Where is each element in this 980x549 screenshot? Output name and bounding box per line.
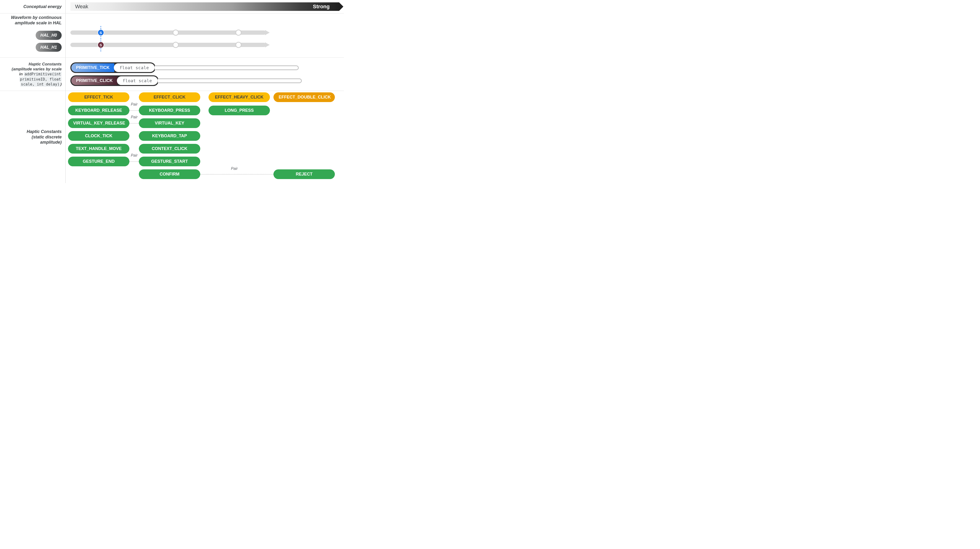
waveform-label: Waveform by continuous amplitude scale i…	[0, 13, 66, 57]
context-click: CONTEXT_CLICK	[139, 144, 200, 154]
energy-gradient-bar: Weak Strong	[70, 2, 339, 11]
row-energy: Conceptual energy Weak Strong	[0, 0, 344, 13]
effect-double-click: EFFECT_DOUBLE_CLICK	[274, 92, 335, 102]
static-title-l3: amplitude)	[40, 140, 62, 145]
energy-strong-label: Strong	[313, 3, 330, 10]
waveform-content: S S Composed double click	[66, 13, 344, 57]
h0-s-node: S	[97, 29, 104, 36]
row-static-constants: Haptic Constants (static discrete amplit…	[0, 91, 344, 183]
text-handle-move: TEXT_HANDLE_MOVE	[68, 144, 129, 154]
energy-content: Weak Strong	[66, 0, 344, 13]
h0-stop-2	[173, 30, 179, 36]
primitive-click-row: PRIMITIVE_CLICK float scale	[70, 75, 339, 86]
primitives-content: PRIMITIVE_TICK float scale PRIMITIVE_CLI…	[66, 58, 344, 91]
row-primitives: Haptic Constants (amplitude varies by sc…	[0, 58, 344, 91]
primitive-tick-pill: PRIMITIVE_TICK float scale	[70, 62, 156, 73]
pair-line-2	[129, 123, 139, 124]
hal-h1-track: S	[70, 43, 273, 47]
prim-title-l2: (amplitude varies by scale	[11, 67, 62, 72]
static-content: EFFECT_TICK EFFECT_CLICK EFFECT_HEAVY_CL…	[66, 91, 344, 183]
gesture-end: GESTURE_END	[68, 157, 129, 166]
static-title-l2: (static discrete	[32, 134, 62, 140]
pair-line-4	[200, 174, 274, 175]
primitives-label: Haptic Constants (amplitude varies by sc…	[0, 58, 66, 91]
primitive-click-pill: PRIMITIVE_CLICK float scale	[70, 75, 159, 86]
long-press: LONG_PRESS	[208, 106, 270, 115]
energy-label: Conceptual energy	[0, 0, 66, 13]
pair-label-2: Pair	[131, 115, 137, 119]
primitive-click-slider[interactable]	[158, 78, 302, 83]
primitive-tick-scale: float scale	[114, 63, 155, 72]
virtual-key-release: VIRTUAL_KEY_RELEASE	[68, 118, 129, 128]
prim-title-l3: in addPrimitive(int	[19, 72, 62, 76]
static-title-l1: Haptic Constants	[27, 129, 62, 134]
primitive-tick-name: PRIMITIVE_TICK	[71, 63, 114, 72]
effect-click: EFFECT_CLICK	[139, 92, 200, 102]
prim-title-l5: scale, int delay))	[20, 82, 62, 87]
pair-line-3	[129, 161, 139, 162]
h1-s-label: S	[100, 43, 102, 47]
row-waveform: Waveform by continuous amplitude scale i…	[0, 13, 344, 58]
virtual-key: VIRTUAL_KEY	[139, 118, 200, 128]
pair-label-4: Pair	[231, 167, 237, 171]
static-label: Haptic Constants (static discrete amplit…	[0, 91, 66, 183]
primitive-tick-row: PRIMITIVE_TICK float scale	[70, 62, 339, 73]
clock-tick: CLOCK_TICK	[68, 131, 129, 141]
effect-tick: EFFECT_TICK	[68, 92, 129, 102]
gesture-start: GESTURE_START	[139, 157, 200, 166]
keyboard-tap: KEYBOARD_TAP	[139, 131, 200, 141]
pair-line-1	[129, 110, 139, 111]
effect-heavy-click: EFFECT_HEAVY_CLICK	[208, 92, 270, 102]
h1-stop-2	[173, 42, 179, 48]
pair-label-1: Pair	[131, 102, 137, 107]
pair-label-3: Pair	[131, 153, 137, 158]
energy-weak-label: Weak	[75, 3, 88, 10]
prim-title-l4: primitiveID, float	[19, 77, 62, 82]
h1-s-node: S	[97, 41, 104, 48]
waveform-title-l2: amplitude scale in HAL	[15, 20, 62, 26]
primitive-click-scale: float scale	[117, 76, 158, 85]
hal-h1-pill: HAL_H1	[36, 43, 62, 52]
h0-s-label: S	[100, 31, 102, 35]
reject: REJECT	[274, 169, 335, 179]
waveform-title-l1: Waveform by continuous	[11, 15, 62, 20]
keyboard-release: KEYBOARD_RELEASE	[68, 106, 129, 115]
h1-stop-3	[235, 42, 242, 48]
primitive-click-name: PRIMITIVE_CLICK	[71, 76, 117, 85]
hal-h0-pill: HAL_H0	[36, 31, 62, 40]
primitive-tick-slider[interactable]	[155, 65, 299, 70]
prim-title-l1: Haptic Constants	[29, 62, 62, 67]
keyboard-press: KEYBOARD_PRESS	[139, 106, 200, 115]
h0-stop-3	[235, 30, 242, 36]
hal-h0-track: S	[70, 30, 273, 35]
confirm: CONFIRM	[139, 169, 200, 179]
